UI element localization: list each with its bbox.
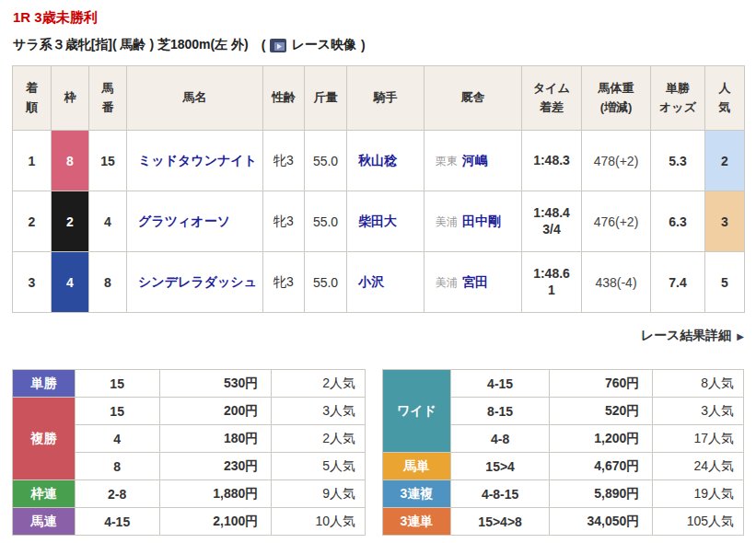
horse-name-link[interactable]: ミッドタウンナイト [138,153,257,168]
combination: 2-8 [75,480,159,508]
col-sex-age: 性齢 [263,66,305,131]
payout-amount: 230円 [159,453,272,480]
win-odds: 7.4 [651,252,705,313]
payout-row: 3連複 4-8-15 5,890円 19人気 [383,480,744,508]
payout-amount: 4,670円 [550,453,653,480]
col-win-odds: 単勝 オッズ [651,66,705,131]
payout-amount: 180円 [159,425,272,453]
finish-position: 1 [13,131,52,191]
payout-row: 複勝 15 200円 3人気 [13,398,366,425]
jockey-link[interactable]: 秋山稔 [358,153,397,168]
combination: 15 [75,370,159,398]
combination: 4-8 [450,425,550,453]
bet-type-win: 単勝 [13,370,76,398]
paren-open: ( [262,38,266,52]
popularity: 5 [705,252,745,313]
payout-popularity: 2人気 [272,370,366,398]
payout-table-right: ワイド 4-15 760円 8人気 8-15 520円 3人気 4-8 1,20… [382,369,744,536]
result-row-1: 1 8 15 ミッドタウンナイト 牝3 55.0 秋山稔 栗東河嶋 1:48.3… [13,131,745,191]
arrow-right-icon: ▶ [737,331,744,341]
sex-age: 牝3 [263,252,305,313]
sex-age: 牝3 [263,131,305,191]
payout-amount: 5,890円 [550,480,653,508]
trainer-link[interactable]: 田中剛 [462,214,501,228]
time-margin: 1:48.4 3/4 [522,191,582,252]
payout-table-left: 単勝 15 530円 2人気 複勝 15 200円 3人気 4 180円 2人気 [12,369,366,536]
horse-number: 15 [89,131,127,191]
detail-link-row: レース結果詳細▶ [12,327,744,344]
col-carried-weight: 斤量 [305,66,347,131]
col-horse-name: 馬名 [127,66,263,131]
col-popularity: 人 気 [705,66,745,131]
combination: 15>4>8 [450,508,550,536]
payout-row: 馬単 15>4 4,670円 24人気 [383,453,744,480]
payout-popularity: 17人気 [653,425,744,453]
payout-popularity: 3人気 [653,398,744,425]
col-stable: 厩舎 [425,66,522,131]
payout-popularity: 5人気 [272,453,366,480]
horse-name-link[interactable]: シンデレラダッシュ [138,274,257,289]
combination: 4-15 [450,370,550,398]
jockey-link[interactable]: 小沢 [358,274,384,289]
payout-row: ワイド 4-15 760円 8人気 [383,370,744,398]
stable-region: 美浦 [436,276,458,289]
combination: 4-8-15 [450,480,550,508]
bet-type-bracket-quinella: 枠連 [13,480,76,508]
col-jockey: 騎手 [347,66,425,131]
bet-type-exacta: 馬単 [383,453,451,480]
body-weight: 476(+2) [582,191,651,252]
payout-row: 枠連 2-8 1,880円 9人気 [13,480,366,508]
payout-popularity: 2人気 [272,425,366,453]
trainer-link[interactable]: 河嶋 [462,153,488,168]
payout-amount: 1,200円 [550,425,653,453]
page: 1R 3歳未勝利 サラ系３歳牝[指]( 馬齢 ) 芝1800m(左 外) ( レ… [0,0,756,536]
race-title: 1R 3歳未勝利 [13,9,744,27]
jockey-link[interactable]: 柴田大 [358,214,397,228]
race-conditions-row: サラ系３歳牝[指]( 馬齢 ) 芝1800m(左 外) ( レース映像 ) [13,37,744,53]
col-finish-position: 着 順 [13,66,52,131]
col-body-weight: 馬体重 (増減) [582,66,651,131]
finish-position: 3 [13,252,52,313]
combination: 15>4 [450,453,550,480]
payout-popularity: 9人気 [272,480,366,508]
payout-row: 3連単 15>4>8 34,050円 105人気 [383,508,744,536]
combination: 4 [75,425,159,453]
win-odds: 6.3 [651,191,705,252]
horse-number: 8 [89,252,127,313]
col-frame: 枠 [52,66,89,131]
result-row-3: 3 4 8 シンデレラダッシュ 牝3 55.0 小沢 美浦宮田 1:48.6 1… [13,252,745,313]
carried-weight: 55.0 [305,191,347,252]
popularity: 2 [705,131,745,191]
bet-type-place: 複勝 [13,398,76,480]
payout-row: 単勝 15 530円 2人気 [13,370,366,398]
combination: 4-15 [75,508,159,536]
frame-number: 4 [52,252,89,313]
payout-amount: 520円 [550,398,653,425]
race-result-detail-label: レース結果詳細 [641,328,732,342]
carried-weight: 55.0 [305,252,347,313]
payout-amount: 530円 [159,370,272,398]
video-icon[interactable] [270,39,286,52]
win-odds: 5.3 [651,131,705,191]
sex-age: 牝3 [263,191,305,252]
time-margin: 1:48.3 [522,131,582,191]
payout-amount: 200円 [159,398,272,425]
race-video-link[interactable]: ( レース映像 ) [262,37,366,53]
race-result-detail-link[interactable]: レース結果詳細▶ [641,328,744,342]
horse-name-link[interactable]: グラツィオーソ [138,214,230,228]
payout-amount: 760円 [550,370,653,398]
combination: 8-15 [450,398,550,425]
trainer-link[interactable]: 宮田 [462,274,488,289]
payout-row: 馬連 4-15 2,100円 10人気 [13,508,366,536]
popularity: 3 [705,191,745,252]
time-margin: 1:48.6 1 [522,252,582,313]
stable-region: 栗東 [436,155,458,168]
frame-number: 8 [52,131,89,191]
results-header-row: 着 順 枠 馬 番 馬名 性齢 斤量 騎手 厩舎 タイム 着差 馬体重 (増減)… [13,66,745,131]
paren-close: ) [361,38,366,52]
payout-popularity: 105人気 [653,508,744,536]
combination: 15 [75,398,159,425]
col-time-margin: タイム 着差 [522,66,582,131]
payout-amount: 34,050円 [550,508,653,536]
carried-weight: 55.0 [305,131,347,191]
